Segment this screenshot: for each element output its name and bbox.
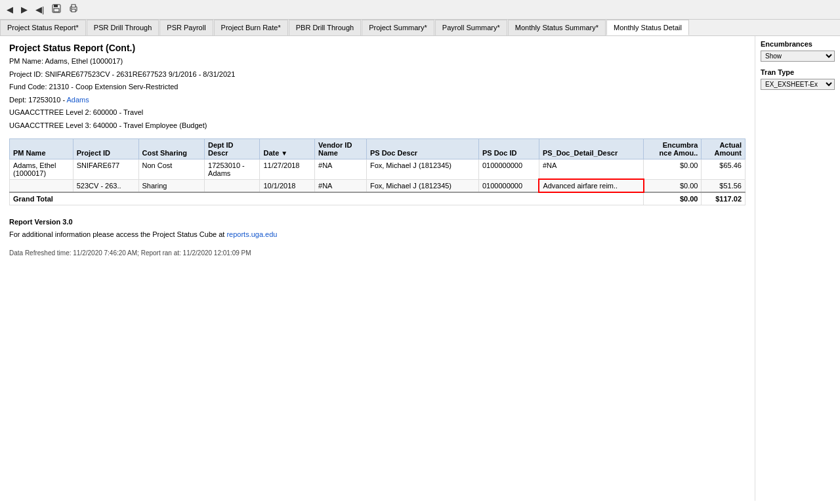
grand-total-actual: $117.02 (702, 192, 746, 205)
ugaacctree3-label: UGAACCTTREE Level 3: (9, 121, 91, 129)
encumbrances-select[interactable]: Show Hide (761, 51, 835, 62)
td-actual-amount: $51.56 (702, 179, 746, 192)
pm-value: Adams, Ethel (1000017) (45, 57, 123, 65)
td-date: 11/27/2018 (260, 159, 315, 179)
pm-label: PM Name: (9, 57, 43, 65)
td-ps-doc-descr: Fox, Michael J (1812345) (366, 179, 478, 192)
grand-total-label: Grand Total (10, 192, 644, 205)
td-vendor-name: #NA (315, 179, 367, 192)
report-link[interactable]: reports.uga.edu (226, 230, 277, 238)
tab-pbr-drill-through[interactable]: PBR Drill Through (289, 20, 361, 35)
main-container: Project Status Report (Cont.) PM Name: A… (0, 36, 840, 501)
th-ps-doc-id: PS Doc ID (478, 138, 539, 159)
report-version: Report Version 3.0 (9, 216, 746, 228)
td-project-id: 523CV - 263.. (73, 179, 138, 192)
td-ps-doc-id: 0100000000 (478, 159, 539, 179)
td-dept-descr: 17253010 -Adams (205, 159, 260, 179)
svg-rect-5 (72, 9, 75, 12)
th-actual-amount: ActualAmount (702, 138, 746, 159)
td-ps-doc-descr: Fox, Michael J (1812345) (366, 159, 478, 179)
tab-psr-drill-through[interactable]: PSR Drill Through (87, 20, 159, 35)
tran-type-label: Tran Type (761, 68, 835, 76)
report-info: For additional information please access… (9, 228, 746, 241)
project-id-line: Project ID: SNIFARE677523CV - 2631RE6775… (9, 69, 746, 81)
td-pm-name: Adams, Ethel(1000017) (10, 159, 74, 179)
tab-project-status-report[interactable]: Project Status Report* (0, 20, 86, 35)
ugaacctree3-line: UGAACCTTREE Level 3: 640000 - Travel Emp… (9, 120, 746, 132)
td-date: 10/1/2018 (260, 179, 315, 192)
toolbar: ◀ ▶ ◀| (0, 0, 840, 20)
report-footer: Report Version 3.0 For additional inform… (9, 216, 746, 240)
table-header-row: PM Name Project ID Cost Sharing Dept IDD… (10, 138, 746, 159)
table-row: 523CV - 263..Sharing10/1/2018#NAFox, Mic… (10, 179, 746, 192)
td-ps-doc-detail-descr: #NA (539, 159, 643, 179)
report-meta: PM Name: Adams, Ethel (1000017) (9, 56, 746, 68)
ugaacctree3-val: 640000 - Travel Employee (Budget) (93, 121, 207, 129)
td-cost-sharing: Sharing (138, 179, 205, 192)
dept-label: Dept: (9, 96, 26, 104)
table-row: Adams, Ethel(1000017)SNIFARE677Non Cost1… (10, 159, 746, 179)
th-dept-id-descr: Dept IDDescr (205, 138, 260, 159)
tab-bar: Project Status Report* PSR Drill Through… (0, 20, 840, 36)
th-encumbrance-amount: Encumbrance Amou.. (644, 138, 702, 159)
tab-monthly-status-detail[interactable]: Monthly Status Detail (606, 20, 689, 35)
ugaacctree2-line: UGAACCTTREE Level 2: 600000 - Travel (9, 107, 746, 119)
encumbrances-label: Encumbrances (761, 40, 835, 48)
td-ps-doc-id: 0100000000 (478, 179, 539, 192)
report-title: Project Status Report (Cont.) (9, 43, 746, 53)
grand-total-row: Grand Total$0.00$117.02 (10, 192, 746, 205)
fund-code-line: Fund Code: 21310 - Coop Extension Serv-R… (9, 81, 746, 93)
th-project-id: Project ID (73, 138, 138, 159)
data-table: PM Name Project ID Cost Sharing Dept IDD… (9, 138, 746, 206)
content-area: Project Status Report (Cont.) PM Name: A… (0, 36, 755, 501)
tran-type-select[interactable]: EX_EXSHEET-Ex (761, 79, 835, 90)
grand-total-encumbrance: $0.00 (644, 192, 702, 205)
td-pm-name (10, 179, 74, 192)
tab-project-summary[interactable]: Project Summary* (362, 20, 434, 35)
th-cost-sharing: Cost Sharing (138, 138, 205, 159)
th-ps-doc-descr: PS Doc Descr (366, 138, 478, 159)
sidebar: Encumbrances Show Hide Tran Type EX_EXSH… (755, 36, 840, 501)
tab-psr-payroll[interactable]: PSR Payroll (159, 20, 213, 35)
fund-label: Fund Code: (9, 83, 47, 91)
back-button[interactable]: ◀ (4, 3, 16, 16)
td-project-id: SNIFARE677 (73, 159, 138, 179)
dept-link[interactable]: Adams (67, 96, 89, 104)
dept-line: Dept: 17253010 - Adams (9, 94, 746, 106)
project-value: SNIFARE677523CV - 2631RE677523 9/1/2016 … (45, 70, 235, 78)
svg-rect-4 (72, 5, 75, 7)
data-refresh: Data Refreshed time: 11/2/2020 7:46:20 A… (9, 249, 746, 257)
th-vendor-id-name: Vendor IDName (315, 138, 367, 159)
dept-value: 17253010 (28, 96, 60, 104)
fund-value: 21310 - Coop Extension Serv-Restricted (49, 83, 178, 91)
print-button[interactable] (66, 3, 81, 16)
td-vendor-name: #NA (315, 159, 367, 179)
svg-rect-1 (54, 5, 58, 7)
td-encumbrance-amount: $0.00 (644, 179, 702, 192)
forward-button[interactable]: ▶ (18, 3, 30, 16)
th-pm-name: PM Name (10, 138, 74, 159)
ugaacctree2-label: UGAACCTTREE Level 2: (9, 108, 91, 116)
td-dept-descr (205, 179, 260, 192)
td-encumbrance-amount: $0.00 (644, 159, 702, 179)
td-actual-amount: $65.46 (702, 159, 746, 179)
ugaacctree2-val: 600000 - Travel (93, 108, 143, 116)
tab-payroll-summary[interactable]: Payroll Summary* (435, 20, 507, 35)
tab-project-burn-rate[interactable]: Project Burn Rate* (214, 20, 288, 35)
th-date: Date ▼ (260, 138, 315, 159)
project-label: Project ID: (9, 70, 43, 78)
svg-point-6 (71, 8, 72, 9)
th-ps-doc-detail-descr: PS_Doc_Detail_Descr (539, 138, 643, 159)
svg-rect-2 (54, 9, 59, 12)
save-button[interactable] (49, 3, 64, 16)
td-ps-doc-detail-descr: Advanced airfare reim.. (539, 179, 643, 192)
back-alt-button[interactable]: ◀| (33, 3, 47, 16)
tab-monthly-status-summary[interactable]: Monthly Status Summary* (508, 20, 606, 35)
td-cost-sharing: Non Cost (138, 159, 205, 179)
